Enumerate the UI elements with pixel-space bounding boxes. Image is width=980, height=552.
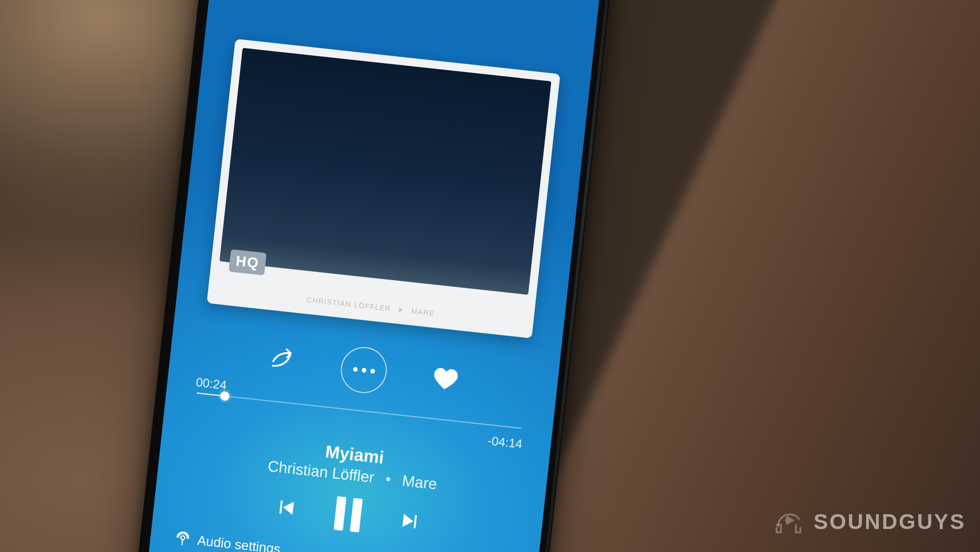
album-art-card[interactable]: HQ CHRISTIAN LÖFFLER ➤ MARE [207, 39, 560, 338]
previous-button[interactable] [273, 495, 298, 520]
soundguys-watermark: SOUNDGUYS [771, 504, 966, 540]
watermark-text: SOUNDGUYS [814, 510, 966, 534]
more-icon [353, 366, 375, 374]
share-button[interactable] [265, 344, 299, 378]
album-caption-artist: CHRISTIAN LÖFFLER [306, 295, 392, 313]
more-options-button[interactable] [339, 344, 389, 395]
action-row [169, 326, 559, 414]
quality-badge: HQ [229, 249, 267, 275]
next-track-icon [398, 509, 423, 533]
soundguys-logo-icon [771, 504, 806, 540]
audio-settings-button[interactable]: Audio settings [174, 530, 281, 552]
remaining-time: -04:14 [487, 433, 523, 451]
progress-thumb[interactable] [220, 391, 230, 401]
share-icon [268, 347, 297, 376]
track-album: Mare [401, 472, 438, 492]
phone-screen: HQ CHRISTIAN LÖFFLER ➤ MARE [142, 0, 614, 552]
meta-separator: • [385, 470, 392, 488]
album-caption-album: MARE [411, 307, 436, 317]
favorite-button[interactable] [428, 362, 462, 396]
pause-icon [333, 496, 346, 531]
caption-separator-icon: ➤ [397, 305, 405, 314]
pause-button[interactable] [333, 496, 363, 533]
audio-settings-label: Audio settings [197, 533, 281, 552]
album-art-caption: CHRISTIAN LÖFFLER ➤ MARE [208, 285, 534, 328]
next-button[interactable] [398, 509, 423, 533]
heart-icon [431, 364, 461, 395]
elapsed-time: 00:24 [195, 375, 227, 393]
cast-icon [174, 531, 191, 547]
phone-body: HQ CHRISTIAN LÖFFLER ➤ MARE [131, 0, 626, 552]
album-art-image [220, 48, 552, 295]
previous-track-icon [273, 495, 298, 520]
